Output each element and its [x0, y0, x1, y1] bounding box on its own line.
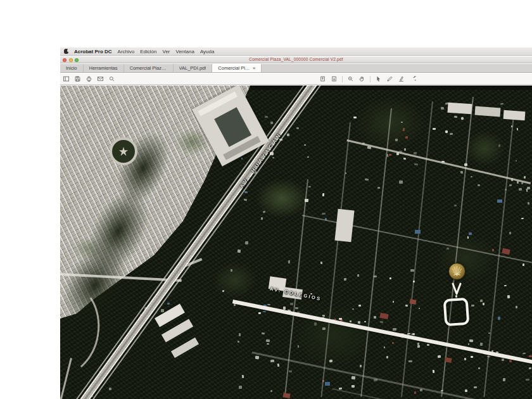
sign-pen-icon[interactable]	[386, 75, 393, 82]
map-speck	[296, 127, 299, 129]
map-speck	[454, 116, 458, 118]
print-icon[interactable]	[86, 75, 92, 82]
building	[447, 103, 472, 115]
blue-roof-building	[497, 200, 502, 203]
map-speck	[263, 310, 266, 312]
map-speck	[263, 211, 265, 213]
toolbar-separator	[342, 76, 343, 82]
app-name-menu[interactable]: Acrobat Pro DC	[74, 49, 112, 54]
map-speck	[288, 260, 291, 263]
map-speck	[502, 358, 504, 361]
menu-item-archivo[interactable]: Archivo	[118, 49, 135, 54]
menu-item-ayuda[interactable]: Ayuda	[200, 49, 215, 54]
map-speck	[265, 116, 268, 118]
map-speck	[460, 170, 463, 173]
map-speck	[521, 218, 524, 220]
map-speck	[464, 358, 466, 360]
acrobat-window: Acrobat Pro DC ArchivoEdiciónVerVentanaA…	[60, 48, 532, 399]
tab-label: Herramientas	[89, 65, 118, 71]
tab-label: Inicio	[66, 65, 77, 71]
document-title: Comercial Plaza_VAL_000000 Comercial V2.…	[60, 57, 532, 61]
map-speck	[304, 144, 306, 146]
map-speck	[261, 217, 263, 220]
golden-palm-logo-icon	[448, 263, 466, 280]
map-speck	[344, 278, 346, 281]
save-icon[interactable]	[74, 75, 81, 82]
search-icon[interactable]	[108, 75, 115, 82]
highlight-icon[interactable]	[398, 75, 405, 82]
tab-label: VAL_PDI.pdf	[179, 65, 206, 71]
map-speck	[478, 367, 480, 369]
map-speck	[270, 122, 274, 124]
next-page-icon[interactable]	[331, 75, 338, 82]
map-speck	[270, 360, 274, 362]
map-speck	[509, 232, 512, 234]
map-speck	[418, 307, 420, 308]
map-speck	[352, 308, 354, 310]
map-speck	[427, 344, 429, 346]
map-speck	[283, 307, 286, 310]
sidebar-panel-icon[interactable]	[63, 75, 70, 82]
map-speck	[350, 320, 352, 323]
blue-roof-building	[415, 230, 421, 234]
map-speck	[392, 341, 394, 343]
window-title-bar: Comercial Plaza_VAL_000000 Comercial V2.…	[60, 56, 532, 63]
tab-close-icon[interactable]: ×	[253, 66, 256, 71]
map-speck	[526, 379, 529, 381]
menu-item-ver[interactable]: Ver	[163, 49, 170, 54]
map-speck	[329, 360, 333, 363]
map-speck	[358, 305, 361, 307]
hand-tool-icon[interactable]	[358, 75, 365, 82]
map-speck	[500, 103, 504, 105]
menu-item-ventana[interactable]: Ventana	[176, 49, 194, 54]
map-speck	[404, 148, 406, 150]
building	[475, 106, 501, 117]
apple-icon[interactable]	[64, 49, 68, 54]
undo-icon[interactable]	[409, 75, 416, 82]
map-speck	[239, 333, 241, 336]
map-speck	[450, 132, 453, 134]
map-speck	[231, 269, 232, 272]
map-speck	[401, 122, 403, 123]
map-speck	[277, 363, 280, 366]
blue-roof-building	[325, 382, 330, 386]
map-speck	[403, 128, 405, 131]
tab-inicio[interactable]: Inicio	[60, 64, 84, 72]
map-speck	[524, 176, 526, 178]
map-speck	[262, 332, 265, 334]
map-speck	[320, 261, 322, 263]
map-speck	[445, 130, 448, 134]
map-speck	[238, 250, 241, 253]
tab-comercial-plaz[interactable]: Comercial Plaz...×	[212, 64, 262, 72]
map-speck	[290, 303, 293, 305]
map-speck	[408, 360, 412, 362]
menu-item-edici-n[interactable]: Edición	[140, 49, 156, 54]
map-speck	[322, 315, 325, 317]
map-speck	[245, 241, 249, 244]
map-speck	[417, 345, 420, 348]
previous-page-icon[interactable]	[319, 75, 326, 82]
tab-label: Comercial Plaza...	[130, 65, 167, 71]
map-speck	[504, 284, 507, 286]
select-tool-icon[interactable]	[375, 75, 382, 82]
map-speck	[527, 202, 529, 205]
map-speck	[509, 184, 512, 186]
email-icon[interactable]	[97, 75, 104, 82]
tab-comercial-plaza[interactable]: Comercial Plaza...	[124, 64, 174, 72]
map-speck	[339, 318, 342, 320]
map-speck	[414, 163, 418, 165]
map-speck	[322, 213, 326, 215]
map-speck	[433, 128, 436, 130]
highlighted-lot-outline	[443, 298, 470, 327]
tab-herramientas[interactable]: Herramientas	[84, 64, 124, 72]
map-speck	[528, 367, 531, 370]
map-speck	[467, 236, 469, 239]
map-speck	[353, 117, 357, 118]
map-speck	[295, 307, 298, 310]
satellite-map-canvas[interactable]: AV. HUAYACÁN AV. COLEGIOS	[60, 86, 532, 399]
map-speck	[526, 187, 530, 189]
zoom-out-icon[interactable]	[347, 75, 354, 82]
tab-val-pdi-pdf[interactable]: VAL_PDI.pdf	[174, 64, 213, 72]
map-speck	[433, 370, 434, 373]
map-speck	[298, 345, 300, 348]
